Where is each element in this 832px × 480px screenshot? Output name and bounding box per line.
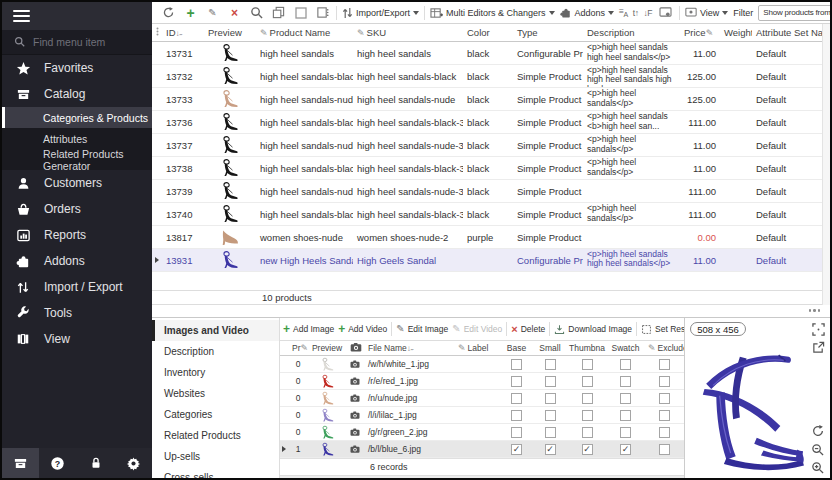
column-header-preview[interactable]: Preview bbox=[204, 27, 256, 38]
column-header-price[interactable]: Price✎ bbox=[680, 27, 720, 38]
sidebar-item-view[interactable]: View bbox=[2, 326, 152, 352]
swatch-checkbox[interactable] bbox=[620, 410, 631, 421]
small-checkbox[interactable] bbox=[545, 410, 556, 421]
set-resize-rule-button[interactable]: Set Resize Rule bbox=[641, 324, 684, 335]
base-checkbox[interactable] bbox=[511, 359, 522, 370]
column-header[interactable] bbox=[152, 27, 162, 38]
select-checkbox-button[interactable] bbox=[292, 5, 309, 21]
swatch-checkbox[interactable] bbox=[620, 393, 631, 404]
download-image-button[interactable]: Download Image bbox=[554, 324, 632, 335]
table-row[interactable]: 13733high heel sandals-nudehigh heel san… bbox=[152, 88, 822, 111]
table-row[interactable]: 13731high heel sandalshigh heel sandalsb… bbox=[152, 42, 822, 65]
edit-video-button[interactable]: ✎Edit Video bbox=[452, 324, 502, 334]
sidebar-item-import-export[interactable]: Import / Export bbox=[2, 274, 152, 300]
base-checkbox[interactable] bbox=[511, 376, 522, 387]
thumbnail-checkbox[interactable] bbox=[582, 410, 593, 421]
thumbnail-checkbox[interactable] bbox=[582, 393, 593, 404]
lock-button[interactable] bbox=[77, 456, 115, 470]
small-checkbox[interactable] bbox=[545, 393, 556, 404]
tab-websites[interactable]: Websites bbox=[152, 383, 279, 404]
copy-button[interactable] bbox=[270, 5, 287, 21]
thumbnail-checkbox[interactable] bbox=[582, 359, 593, 370]
view-menu[interactable]: View bbox=[685, 7, 728, 18]
thumbnail-checkbox[interactable]: ✓ bbox=[582, 444, 593, 455]
small-checkbox[interactable] bbox=[545, 359, 556, 370]
edit-image-button[interactable]: ✎Edit Image bbox=[396, 324, 448, 334]
image-column-header[interactable] bbox=[346, 342, 364, 354]
sort-ascending-icon[interactable]: t↑ bbox=[633, 8, 639, 18]
help-button[interactable]: ? bbox=[39, 456, 77, 471]
import-export-menu[interactable]: Import/Export bbox=[342, 7, 419, 19]
column-header-type[interactable]: Type bbox=[513, 27, 583, 38]
image-column-header-file-name[interactable]: File Name↓˶ bbox=[364, 343, 454, 353]
sort-descending-icon[interactable]: ↓F bbox=[643, 8, 651, 18]
refresh-button[interactable] bbox=[160, 5, 177, 21]
exclude-checkbox[interactable] bbox=[659, 359, 670, 370]
swatch-checkbox[interactable] bbox=[620, 376, 631, 387]
multi-editors-menu[interactable]: Multi Editors & Changers bbox=[430, 7, 555, 19]
sidebar-item-reports[interactable]: Reports bbox=[2, 222, 152, 248]
table-row[interactable]: 13931new High Heels SandalsHigh Geels Sa… bbox=[152, 249, 822, 272]
table-row[interactable]: 13817women shoes-nudewomen shoes-nude-2p… bbox=[152, 226, 822, 249]
settings-gear-button[interactable] bbox=[114, 456, 152, 471]
column-header-product-name[interactable]: ✎Product Name bbox=[256, 27, 353, 38]
add-image-button[interactable]: +Add Image bbox=[283, 323, 334, 335]
tab-related-products[interactable]: Related Products bbox=[152, 425, 279, 446]
swatch-checkbox[interactable] bbox=[620, 359, 631, 370]
zoom-in-icon[interactable] bbox=[810, 460, 825, 475]
image-column-header-label[interactable]: ✎Label bbox=[454, 343, 500, 353]
sidebar-item-catalog[interactable]: Catalog bbox=[2, 81, 152, 107]
sidebar-item-tools[interactable]: Tools bbox=[2, 300, 152, 326]
image-column-header-swatch[interactable]: Swatch bbox=[607, 343, 644, 353]
image-row[interactable]: 0/r/e/red_1.jpg bbox=[280, 373, 684, 390]
exclude-checkbox[interactable] bbox=[659, 444, 670, 455]
exclude-checkbox[interactable] bbox=[659, 427, 670, 438]
small-checkbox[interactable] bbox=[545, 427, 556, 438]
sidebar-item-related-products-generator[interactable]: Related Products Generator bbox=[2, 149, 152, 170]
base-checkbox[interactable] bbox=[511, 410, 522, 421]
image-column-header-preview[interactable]: Preview bbox=[308, 343, 346, 353]
image-row[interactable]: 0/w/h/white_1.jpg bbox=[280, 356, 684, 373]
image-row[interactable]: 0/l/i/lilac_1.jpg bbox=[280, 407, 684, 424]
add-video-button[interactable]: +Add Video bbox=[338, 323, 387, 335]
paste-special-button[interactable] bbox=[314, 5, 331, 21]
open-external-icon[interactable] bbox=[811, 340, 826, 355]
image-column-header-base[interactable]: Base bbox=[500, 343, 533, 353]
base-checkbox[interactable]: ✓ bbox=[511, 444, 522, 455]
thumbnail-checkbox[interactable] bbox=[582, 427, 593, 438]
tab-categories[interactable]: Categories bbox=[152, 404, 279, 425]
exclude-checkbox[interactable] bbox=[659, 410, 670, 421]
sidebar-item-customers[interactable]: Customers bbox=[2, 170, 152, 196]
store-button[interactable] bbox=[2, 448, 39, 478]
sidebar-item-favorites[interactable]: Favorites bbox=[2, 55, 152, 81]
sidebar-item-attributes[interactable]: Attributes bbox=[2, 128, 152, 149]
autofill-text-icon[interactable]: ≡A bbox=[619, 6, 628, 19]
sidebar-item-orders[interactable]: Orders bbox=[2, 196, 152, 222]
small-checkbox[interactable]: ✓ bbox=[545, 444, 556, 455]
image-column-header-thumbna[interactable]: Thumbna bbox=[567, 343, 607, 353]
exclude-checkbox[interactable] bbox=[659, 393, 670, 404]
delete-product-button[interactable]: × bbox=[226, 5, 243, 21]
tab-cross-sells[interactable]: Cross-sells bbox=[152, 467, 279, 480]
menu-search-input[interactable]: Find menu item bbox=[2, 30, 152, 55]
fullscreen-icon[interactable] bbox=[811, 322, 826, 337]
preview-pane-icon[interactable] bbox=[657, 5, 674, 21]
column-header-color[interactable]: Color bbox=[463, 27, 513, 38]
table-row[interactable]: 13739high heel sandals-nude-37high heel … bbox=[152, 180, 822, 203]
image-column-header-small[interactable]: Small bbox=[533, 343, 567, 353]
tab-images-and-video[interactable]: Images and Video bbox=[152, 320, 279, 341]
tab-description[interactable]: Description bbox=[152, 341, 279, 362]
delete-image-button[interactable]: ×Delete bbox=[511, 324, 545, 335]
table-row[interactable]: 13740high heel sandals-black-38high heel… bbox=[152, 203, 822, 226]
image-column-header-exclude[interactable]: ✎Exclude bbox=[644, 343, 684, 353]
image-column-header-pr[interactable]: Pr✎ bbox=[288, 343, 308, 353]
image-row[interactable]: 0/n/u/nude.jpg bbox=[280, 390, 684, 407]
table-row[interactable]: 13732high heel sandals-blackhigh heel sa… bbox=[152, 65, 822, 88]
panel-splitter[interactable] bbox=[152, 305, 830, 317]
small-checkbox[interactable] bbox=[545, 376, 556, 387]
column-header-description[interactable]: Description bbox=[583, 27, 680, 38]
sidebar-item-addons[interactable]: Addons bbox=[2, 248, 152, 274]
swatch-checkbox[interactable] bbox=[620, 427, 631, 438]
column-header-weight[interactable]: Weight bbox=[720, 27, 752, 38]
base-checkbox[interactable] bbox=[511, 427, 522, 438]
